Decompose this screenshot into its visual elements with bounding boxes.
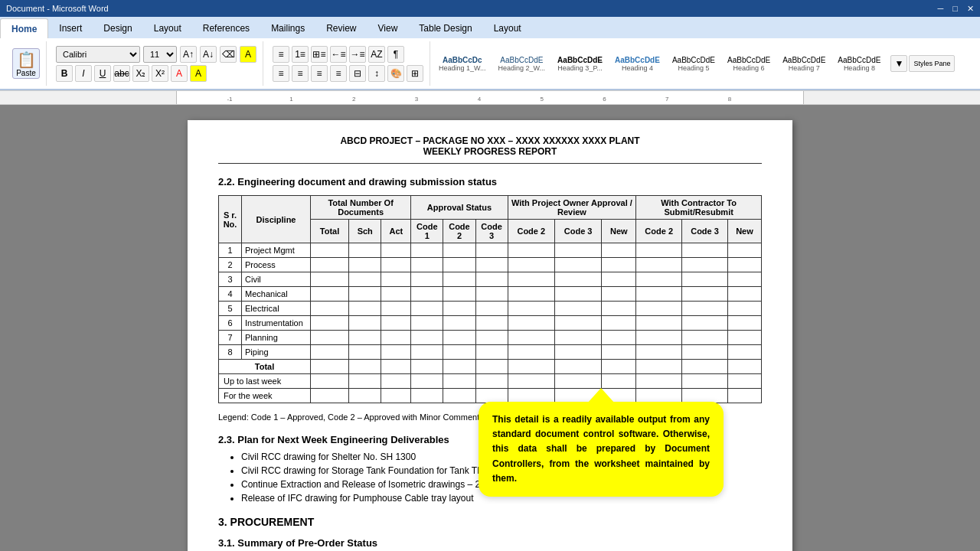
callout-bubble: This detail is a readily available outpu… [479,402,724,497]
title-bar-text: Document - Microsoft Word [6,4,109,13]
font-family-select[interactable]: Calibri [56,46,140,63]
callout-arrow [587,388,615,403]
bullets-button[interactable]: ≡ [273,46,289,63]
align-center-button[interactable]: ≡ [292,65,309,82]
paste-label: Paste [16,69,36,77]
ribbon-group-font: Calibri 11 A↑ A↓ ⌫ A B I U abc X₂ X² A A [50,41,263,86]
align-left-button[interactable]: ≡ [273,65,289,82]
minimize-icon[interactable]: ─ [938,4,944,14]
font-controls: Calibri 11 A↑ A↓ ⌫ A [56,46,256,63]
doc-header-line2: WEEKLY PROGRESS REPORT [218,146,762,157]
table-header-discipline: Discipline [242,196,311,243]
table-sub-code3b: Code 3 [554,220,601,243]
highlight-button[interactable]: A [240,46,256,63]
table-row-total: Total [219,360,762,374]
text-highlight-button[interactable]: A [190,65,207,82]
sort-button[interactable]: AZ [368,46,385,63]
ruler-mark: 7 [665,96,668,103]
style-heading6[interactable]: AaBbCcDdE Heading 6 [722,54,776,74]
multilevel-list-button[interactable]: ⊞≡ [311,46,328,63]
table-row: 6 Instrumentation [219,316,762,331]
font-size-select[interactable]: 11 [143,46,177,63]
font-color-button[interactable]: A [171,65,188,82]
table-sub-code1: Code 1 [411,220,443,243]
justify-button[interactable]: ≡ [330,65,347,82]
clear-format-button[interactable]: ⌫ [220,46,237,63]
close-icon[interactable]: ✕ [967,4,974,14]
doc-header: ABCD PROJECT – PACKAGE NO XXX – XXXX XXX… [218,135,762,157]
tab-references[interactable]: References [192,18,260,38]
tab-design[interactable]: Design [93,18,142,38]
numbering-button[interactable]: 1≡ [292,46,309,63]
shading-button[interactable]: 🎨 [387,65,404,82]
superscript-button[interactable]: X² [152,65,168,82]
paragraph-buttons-row1: ≡ 1≡ ⊞≡ ←≡ →≡ AZ ¶ [273,46,404,63]
ruler-mark: 4 [478,96,481,103]
align-right-button[interactable]: ≡ [311,65,328,82]
decrease-font-button[interactable]: A↓ [200,46,217,63]
show-formatting-button[interactable]: ¶ [387,46,404,63]
bold-button[interactable]: B [56,65,73,82]
ribbon-tabs: Home Insert Design Layout References Mai… [0,17,980,38]
columns-button[interactable]: ⊟ [349,65,366,82]
tab-layout2[interactable]: Layout [483,18,532,38]
tab-mailings[interactable]: Mailings [260,18,315,38]
increase-font-button[interactable]: A↑ [180,46,197,63]
line-spacing-button[interactable]: ↕ [368,65,385,82]
subscript-button[interactable]: X₂ [132,65,149,82]
tab-table-design[interactable]: Table Design [408,18,482,38]
table-sub-code2c: Code 2 [636,220,682,243]
tab-home[interactable]: Home [0,18,48,38]
style-heading5[interactable]: AaBbCcDdE Heading 5 [667,54,720,74]
table-row: 2 Process [219,258,762,272]
ribbon: Home Insert Design Layout References Mai… [0,17,980,91]
table-row-forweek: For the week [219,389,762,403]
table-row: 3 Civil [219,272,762,287]
style-heading2[interactable]: AaBbCcDdE Heading 2_W... [493,54,551,74]
table-sub-code2a: Code 2 [443,220,475,243]
more-styles-button[interactable]: ▼ [890,55,907,72]
tab-layout[interactable]: Layout [143,18,192,38]
ruler-mark: 1 [289,96,292,103]
decrease-indent-button[interactable]: ←≡ [330,46,347,63]
table-row: 1 Project Mgmt [219,243,762,258]
borders-button[interactable]: ⊞ [407,65,423,82]
styles-pane-button[interactable]: Styles Pane [909,55,955,72]
style-heading7[interactable]: AaBbCcDdE Heading 7 [777,54,831,74]
paragraph-buttons-row2: ≡ ≡ ≡ ≡ ⊟ ↕ 🎨 ⊞ [273,65,423,82]
underline-button[interactable]: U [94,65,111,82]
section-3-1-heading: 3.1. Summary of Pre-Order Status [218,537,762,549]
document-area[interactable]: ABCD PROJECT – PACKAGE NO XXX – XXXX XXX… [0,105,980,551]
style-heading1[interactable]: AaBbCcDc Heading 1_W... [433,54,492,74]
ribbon-group-paragraph: ≡ 1≡ ⊞≡ ←≡ →≡ AZ ¶ ≡ ≡ ≡ ≡ ⊟ ↕ 🎨 ⊞ [266,41,430,86]
tab-review[interactable]: Review [315,18,367,38]
table-sub-total: Total [311,220,349,243]
paste-icon: 📋 [17,51,36,69]
style-heading4[interactable]: AaBbCcDdE Heading 4 [609,54,665,74]
ruler-mark: 3 [415,96,418,103]
table-sub-code3c: Code 3 [682,220,728,243]
ribbon-content: 📋 Paste Calibri 11 A↑ A↓ ⌫ A B I U [0,38,980,90]
ruler: -1 1 2 3 4 5 6 7 8 [0,91,980,105]
styles-gallery: AaBbCcDc Heading 1_W... AaBbCcDdE Headin… [433,54,974,74]
doc-header-divider [218,163,762,164]
ruler-mark: -1 [227,96,232,103]
table-sub-code3a: Code 3 [475,220,508,243]
italic-button[interactable]: I [75,65,92,82]
ruler-inner: -1 1 2 3 4 5 6 7 8 [176,91,804,104]
strikethrough-button[interactable]: abc [113,65,130,82]
tab-view[interactable]: View [368,18,409,38]
increase-indent-button[interactable]: →≡ [349,46,366,63]
table-header-total-docs: Total Number Of Documents [311,196,411,220]
ruler-mark: 6 [603,96,606,103]
table-sub-new-a: New [602,220,636,243]
table-sub-new-b: New [727,220,761,243]
paste-button[interactable]: 📋 Paste [12,48,40,79]
restore-icon[interactable]: □ [952,4,958,14]
style-heading3[interactable]: AaBbCcDdE Heading 3_P... [552,54,608,74]
callout-text: This detail is a readily available outpu… [492,414,710,484]
section-2-2-heading: 2.2. Engineering document and drawing su… [218,176,762,187]
tab-insert[interactable]: Insert [48,18,93,38]
style-heading8[interactable]: AaBbCcDdE Heading 8 [832,54,886,74]
ruler-mark: 2 [352,96,355,103]
